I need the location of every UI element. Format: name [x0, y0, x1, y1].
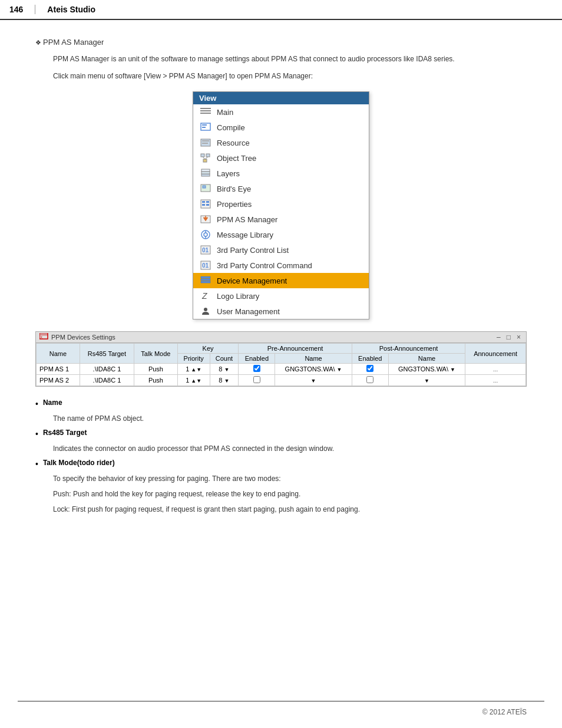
bullet-section: • Name The name of PPM AS object. • Rs48…	[35, 398, 527, 515]
cell-count-1: 8 ▼	[210, 364, 239, 375]
svg-text:Z: Z	[201, 291, 207, 301]
cell-pre-enabled-1[interactable]	[239, 364, 275, 375]
device-mgmt-icon	[199, 275, 212, 286]
bars-icon	[199, 107, 212, 117]
menu-item-resource[interactable]: Resource	[193, 135, 369, 150]
pre-enabled-checkbox-2[interactable]	[253, 376, 260, 383]
menu-item-device-management[interactable]: Device Management	[193, 273, 369, 288]
svg-rect-18	[201, 172, 210, 174]
bullet-desc-talk-mode-push: Push: Push and hold the key for paging r…	[53, 489, 527, 499]
svg-rect-24	[202, 201, 205, 203]
svg-rect-25	[206, 201, 209, 203]
bullet-item-rs485: • Rs485 Target	[35, 429, 527, 439]
menu-label-3rd-party-cmd: 3rd Party Control Command	[217, 261, 312, 270]
ppm-panel-icon: X	[39, 333, 49, 341]
section-heading: PPM AS Manager	[35, 38, 527, 47]
cell-count-2: 8 ▼	[210, 375, 239, 386]
close-button[interactable]: ×	[515, 333, 523, 341]
svg-line-16	[205, 157, 208, 159]
svg-rect-40	[201, 279, 210, 281]
svg-rect-1	[200, 108, 211, 109]
announcement-btn-2[interactable]: ...	[493, 377, 498, 384]
menu-label-user-management: User Management	[217, 307, 280, 316]
minimize-button[interactable]: –	[495, 333, 503, 341]
post-enabled-checkbox-1[interactable]	[366, 365, 373, 372]
ppm-panel-title-text: PPM Devices Settings	[51, 334, 115, 341]
menu-item-message-library[interactable]: Message Library	[193, 227, 369, 242]
object-tree-icon	[199, 153, 212, 163]
bullet-label-talk-mode: Talk Mode(todo rider)	[43, 459, 115, 467]
svg-rect-14	[203, 159, 207, 162]
intro-para-1: PPM AS Manager is an unit of the softwar…	[53, 54, 527, 65]
menu-label-main: Main	[217, 108, 233, 117]
cell-announcement-2[interactable]: ...	[465, 375, 526, 386]
footer-line	[18, 701, 544, 701]
svg-rect-19	[201, 169, 210, 172]
menu-item-user-management[interactable]: User Management	[193, 304, 369, 319]
3rd-party-list-icon: 01	[199, 245, 212, 255]
ppm-panel-controls: – □ ×	[495, 333, 523, 341]
layers-icon	[199, 168, 212, 179]
menu-item-layers[interactable]: Layers	[193, 166, 369, 181]
menu-wrapper: View Main Compile	[35, 91, 527, 319]
menu-header: View	[193, 92, 369, 104]
svg-rect-10	[202, 140, 209, 141]
menu-item-3rd-party-list[interactable]: 01 3rd Party Control List	[193, 242, 369, 258]
cell-pre-enabled-2[interactable]	[239, 375, 275, 386]
cell-post-enabled-2[interactable]	[352, 375, 388, 386]
col-key-group: Key	[177, 344, 238, 354]
view-menu-popup: View Main Compile	[193, 91, 369, 319]
cell-priority-2: 1 ▲▼	[177, 375, 210, 386]
intro-para-2: Click main menu of software [View > PPM …	[53, 71, 527, 82]
menu-label-message-library: Message Library	[217, 230, 273, 239]
col-post-name: Name	[388, 354, 465, 364]
pre-enabled-checkbox-1[interactable]	[253, 365, 260, 372]
menu-item-properties[interactable]: Properties	[193, 196, 369, 212]
svg-text:01: 01	[202, 247, 209, 253]
svg-point-32	[204, 233, 207, 236]
announcement-btn-1[interactable]: ...	[493, 366, 498, 373]
menu-item-ppm-as-manager[interactable]: PPM AS Manager	[193, 212, 369, 227]
bullet-dot-name: •	[35, 399, 38, 409]
page-header: 146 Ateis Studio	[0, 0, 562, 20]
menu-item-birds-eye[interactable]: Bird's Eye	[193, 181, 369, 196]
svg-rect-7	[202, 124, 207, 126]
main-content: PPM AS Manager PPM AS Manager is an unit…	[0, 32, 562, 526]
bullet-desc-rs485: Indicates the connector on audio process…	[53, 443, 527, 454]
ppm-manager-icon	[199, 214, 212, 225]
menu-item-main[interactable]: Main	[193, 104, 369, 120]
menu-item-object-tree[interactable]: Object Tree	[193, 150, 369, 166]
menu-item-logo-library[interactable]: Z Logo Library	[193, 288, 369, 304]
col-name: Name	[37, 344, 80, 364]
svg-rect-8	[202, 127, 206, 128]
bullet-item-name: • Name	[35, 398, 527, 409]
bullet-desc-name: The name of PPM AS object.	[53, 413, 527, 424]
menu-label-device-management: Device Management	[217, 276, 287, 285]
menu-label-layers: Layers	[217, 169, 240, 178]
col-rs485: Rs485 Target	[80, 344, 134, 364]
user-mgmt-icon	[199, 306, 212, 317]
svg-rect-27	[206, 204, 209, 206]
menu-label-compile: Compile	[217, 123, 245, 132]
menu-item-3rd-party-cmd[interactable]: 01 3rd Party Control Command	[193, 258, 369, 273]
col-post-enabled: Enabled	[352, 354, 388, 364]
cell-rs485-1: .\IDA8C 1	[80, 364, 134, 375]
bullet-label-rs485: Rs485 Target	[43, 429, 87, 437]
col-pre-name: Name	[275, 354, 352, 364]
cell-announcement-1[interactable]: ...	[465, 364, 526, 375]
ppm-devices-panel: X PPM Devices Settings – □ × Name Rs485 …	[35, 331, 527, 387]
maximize-button[interactable]: □	[505, 333, 513, 341]
menu-label-resource: Resource	[217, 139, 250, 147]
menu-label-logo-library: Logo Library	[217, 292, 259, 301]
post-enabled-checkbox-2[interactable]	[366, 376, 373, 383]
cell-priority-1: 1 ▲▼	[177, 364, 210, 375]
cell-post-enabled-1[interactable]	[352, 364, 388, 375]
page-number: 146	[9, 5, 35, 14]
menu-item-compile[interactable]: Compile	[193, 120, 369, 135]
bullet-item-talk-mode: • Talk Mode(todo rider)	[35, 459, 527, 469]
bullet-desc-talk-mode-intro: To specify the behavior of key pressing …	[53, 473, 527, 484]
table-row: PPM AS 2 .\IDA8C 1 Push 1 ▲▼ 8 ▼ ▼ ▼ ...	[37, 375, 526, 386]
svg-rect-26	[202, 204, 205, 206]
cell-pre-name-1: GNG3TONS.WA\ ▼	[275, 364, 352, 375]
cell-talkmode-2: Push	[134, 375, 177, 386]
